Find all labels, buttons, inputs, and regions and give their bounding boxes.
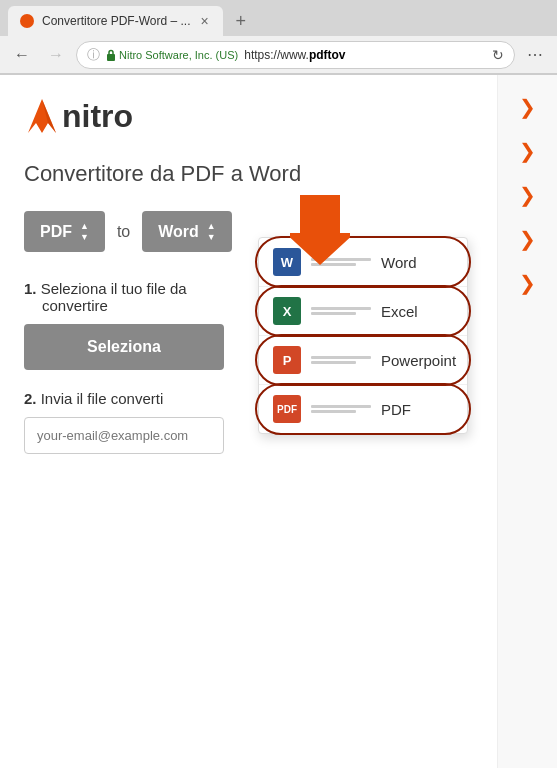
tab-favicon — [20, 14, 34, 28]
to-format-button[interactable]: Word ▲ ▼ — [142, 211, 232, 252]
bar-line — [311, 405, 371, 408]
new-tab-button[interactable]: + — [227, 7, 255, 35]
secure-text: Nitro Software, Inc. (US) — [119, 49, 238, 61]
active-tab[interactable]: Convertitore PDF-Word – ... × — [8, 6, 223, 36]
info-icon: ⓘ — [87, 46, 100, 64]
forward-button[interactable]: → — [42, 41, 70, 69]
sidebar-chevron-4[interactable]: ❯ — [519, 227, 536, 251]
tab-bar: Convertitore PDF-Word – ... × + — [0, 0, 557, 36]
right-sidebar: ❯ ❯ ❯ ❯ ❯ — [497, 75, 557, 768]
ppt-item-lines — [311, 356, 371, 364]
from-format-button[interactable]: PDF ▲ ▼ — [24, 211, 105, 252]
from-format-label: PDF — [40, 223, 72, 241]
security-indicator: Nitro Software, Inc. (US) — [106, 49, 238, 61]
word-label: Word — [381, 254, 417, 271]
nav-bar: ← → ⓘ Nitro Software, Inc. (US) https://… — [0, 36, 557, 74]
sidebar-chevron-1[interactable]: ❯ — [519, 95, 536, 119]
email-input[interactable] — [24, 417, 224, 454]
dropdown-item-excel[interactable]: X Excel — [259, 287, 467, 336]
address-bar[interactable]: ⓘ Nitro Software, Inc. (US) https://www.… — [76, 41, 515, 69]
to-separator: to — [117, 223, 130, 241]
page-title: Convertitore da PDF a Word — [24, 161, 473, 187]
sidebar-chevron-5[interactable]: ❯ — [519, 271, 536, 295]
from-format-arrows: ▲ ▼ — [80, 221, 89, 242]
svg-marker-1 — [290, 195, 350, 265]
powerpoint-icon: P — [273, 346, 301, 374]
pdf-item-lines — [311, 405, 371, 413]
pdf-icon: PDF — [273, 395, 301, 423]
refresh-button[interactable]: ↻ — [492, 47, 504, 63]
bar-line — [311, 410, 356, 413]
to-format-label: Word — [158, 223, 199, 241]
bar-line — [311, 312, 356, 315]
page-content: nitro Convertitore da PDF a Word PDF ▲ ▼… — [0, 75, 557, 768]
down-arrow-icon — [290, 195, 350, 265]
sidebar-chevron-2[interactable]: ❯ — [519, 139, 536, 163]
menu-button[interactable]: ⋯ — [521, 41, 549, 69]
sidebar-chevron-3[interactable]: ❯ — [519, 183, 536, 207]
url-display: https://www.pdftov — [244, 48, 486, 62]
logo-area: nitro — [24, 95, 473, 137]
dropdown-item-pdf[interactable]: PDF PDF — [259, 385, 467, 433]
browser-chrome: Convertitore PDF-Word – ... × + ← → ⓘ Ni… — [0, 0, 557, 75]
logo-text: nitro — [62, 98, 133, 135]
tab-close-button[interactable]: × — [199, 13, 211, 29]
pdf-label: PDF — [381, 401, 411, 418]
arrow-overlay — [290, 195, 350, 269]
bar-line — [311, 356, 371, 359]
bar-line — [311, 361, 356, 364]
to-format-arrows: ▲ ▼ — [207, 221, 216, 242]
back-button[interactable]: ← — [8, 41, 36, 69]
excel-label: Excel — [381, 303, 418, 320]
excel-icon: X — [273, 297, 301, 325]
nitro-logo-icon — [24, 95, 60, 137]
excel-item-lines — [311, 307, 371, 315]
dropdown-item-powerpoint[interactable]: P Powerpoint — [259, 336, 467, 385]
svg-rect-0 — [107, 54, 115, 61]
select-file-button[interactable]: Seleziona — [24, 324, 224, 370]
tab-title: Convertitore PDF-Word – ... — [42, 14, 191, 28]
bar-line — [311, 307, 371, 310]
powerpoint-label: Powerpoint — [381, 352, 456, 369]
